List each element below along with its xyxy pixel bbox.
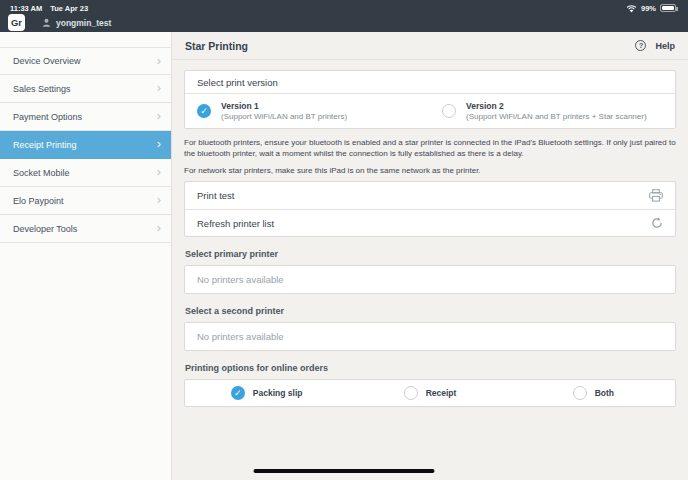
main-panel: Star Printing ? Help Select print versio… (172, 32, 688, 480)
sidebar-item-elo-paypoint[interactable]: Elo Paypoint › (0, 187, 171, 215)
packing-slip-option[interactable]: ✓ Packing slip (185, 386, 348, 400)
sidebar-item-label: Device Overview (13, 56, 81, 66)
receipt-label: Receipt (426, 388, 457, 398)
wifi-icon (626, 4, 637, 13)
print-version-options: ✓ Version 1 (Support WiFi/LAN and BT pri… (185, 94, 675, 128)
sidebar-item-sales-settings[interactable]: Sales Settings › (0, 75, 171, 103)
print-test-button[interactable]: Print test (185, 182, 675, 209)
primary-printer-select[interactable]: No printers available (184, 265, 676, 294)
battery-percent: 99% (641, 4, 656, 13)
version-name: Version 1 (221, 101, 347, 111)
version-1-option[interactable]: ✓ Version 1 (Support WiFi/LAN and BT pri… (185, 94, 430, 128)
radio-unchecked-icon[interactable] (404, 386, 418, 400)
top-bar: 11:33 AM Tue Apr 23 99% Gr (0, 0, 688, 32)
version-description: (Support WiFi/LAN and BT printers + Star… (466, 112, 647, 121)
chevron-right-icon: › (157, 54, 161, 67)
radio-checked-icon[interactable]: ✓ (231, 386, 245, 400)
refresh-icon (651, 217, 663, 229)
print-version-card: Select print version ✓ Version 1 (Suppor… (184, 70, 676, 129)
version-1-text: Version 1 (Support WiFi/LAN and BT print… (221, 101, 347, 121)
radio-unchecked-icon[interactable] (573, 386, 587, 400)
help-label: Help (655, 41, 675, 51)
second-printer-value: No printers available (197, 331, 284, 342)
account-button[interactable]: yongmin_test (42, 18, 111, 28)
refresh-printer-list-button[interactable]: Refresh printer list (185, 209, 675, 236)
radio-unchecked-icon[interactable] (442, 104, 456, 118)
online-orders-options-card: ✓ Packing slip Receipt Both (184, 379, 676, 407)
sidebar-item-label: Developer Tools (13, 224, 77, 234)
printer-actions-card: Print test Refresh printer list (184, 181, 676, 237)
home-indicator[interactable] (254, 469, 435, 473)
primary-printer-value: No printers available (197, 274, 284, 285)
sidebar-item-developer-tools[interactable]: Developer Tools › (0, 215, 171, 243)
version-2-option[interactable]: Version 2 (Support WiFi/LAN and BT print… (430, 94, 675, 128)
bluetooth-info-text: For bluetooth printers, ensure your blue… (184, 137, 676, 176)
battery-icon (660, 4, 676, 12)
sidebar-item-label: Payment Options (13, 112, 82, 122)
help-button[interactable]: ? Help (635, 40, 675, 51)
sidebar-item-label: Receipt Printing (13, 140, 77, 150)
settings-sidebar: Device Overview › Sales Settings › Payme… (0, 32, 172, 480)
refresh-label: Refresh printer list (197, 218, 274, 229)
both-label: Both (595, 388, 614, 398)
chevron-right-icon: › (157, 165, 161, 178)
sidebar-item-device-overview[interactable]: Device Overview › (0, 47, 171, 75)
primary-printer-label: Select primary printer (185, 249, 675, 259)
page-title: Star Printing (185, 40, 248, 52)
chevron-right-icon: › (157, 137, 161, 150)
main-header: Star Printing ? Help (172, 32, 688, 60)
sidebar-item-socket-mobile[interactable]: Socket Mobile › (0, 159, 171, 187)
version-2-text: Version 2 (Support WiFi/LAN and BT print… (466, 101, 647, 121)
chevron-right-icon: › (157, 81, 161, 94)
clock: 11:33 AM (10, 4, 42, 13)
version-name: Version 2 (466, 101, 647, 111)
second-printer-select[interactable]: No printers available (184, 322, 676, 351)
user-icon (42, 18, 51, 27)
date: Tue Apr 23 (50, 4, 88, 13)
sidebar-item-label: Elo Paypoint (13, 196, 64, 206)
receipt-option[interactable]: Receipt (348, 386, 511, 400)
print-version-title: Select print version (185, 71, 675, 94)
printer-icon (649, 189, 663, 202)
both-option[interactable]: Both (512, 386, 675, 400)
sidebar-item-receipt-printing[interactable]: Receipt Printing › (0, 131, 171, 159)
status-bar: 11:33 AM Tue Apr 23 99% (0, 0, 688, 13)
info-paragraph-2: For network star printers, make sure thi… (184, 165, 676, 176)
packing-slip-label: Packing slip (253, 388, 303, 398)
app-bar: Gr yongmin_test (0, 13, 688, 32)
second-printer-label: Select a second printer (185, 306, 675, 316)
sidebar-item-payment-options[interactable]: Payment Options › (0, 103, 171, 131)
username: yongmin_test (56, 18, 111, 28)
radio-checked-icon[interactable]: ✓ (197, 104, 211, 118)
info-paragraph-1: For bluetooth printers, ensure your blue… (184, 137, 676, 160)
sidebar-item-label: Socket Mobile (13, 168, 70, 178)
version-description: (Support WiFi/LAN and BT printers) (221, 112, 347, 121)
settings-content: Select print version ✓ Version 1 (Suppor… (172, 60, 688, 407)
online-orders-label: Printing options for online orders (185, 363, 675, 373)
sidebar-item-label: Sales Settings (13, 84, 71, 94)
print-test-label: Print test (197, 190, 235, 201)
chevron-right-icon: › (157, 109, 161, 122)
help-icon: ? (635, 40, 646, 51)
app-logo: Gr (8, 14, 25, 31)
chevron-right-icon: › (157, 193, 161, 206)
chevron-right-icon: › (157, 221, 161, 234)
